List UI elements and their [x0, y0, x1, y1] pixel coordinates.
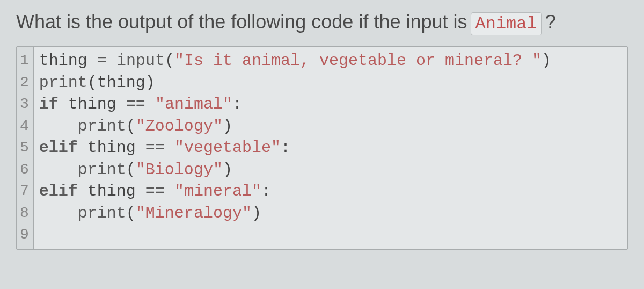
code-token: ( [165, 52, 174, 70]
code-token: "Zoology" [136, 117, 223, 135]
code-line: thing = input("Is it animal, vegetable o… [39, 50, 622, 72]
code-line: print("Biology") [39, 159, 622, 181]
code-token: if [39, 95, 58, 113]
question-text: What is the output of the following code… [16, 11, 467, 33]
code-line: print("Mineralogy") [39, 203, 622, 225]
line-number: 2 [20, 72, 29, 94]
code-line: print("Zoology") [39, 115, 622, 138]
code-token: : [261, 182, 271, 200]
code-token: ( [126, 204, 136, 222]
code-token: thing [39, 52, 97, 70]
line-number: 9 [20, 224, 29, 246]
code-token: print [78, 117, 126, 135]
code-token: elif [39, 139, 78, 157]
code-token [165, 182, 174, 200]
code-token: (thing) [87, 74, 155, 92]
question-mark: ? [545, 11, 556, 33]
question-prompt: What is the output of the following code… [16, 11, 628, 35]
code-line: elif thing == "vegetable": [39, 137, 622, 159]
code-token: "Mineralogy" [136, 204, 252, 222]
code-token [39, 117, 78, 135]
code-token [145, 95, 155, 113]
code-token: thing [78, 182, 145, 200]
code-token: "animal" [155, 95, 232, 113]
code-token: == [145, 182, 165, 200]
code-token: thing [78, 139, 145, 157]
code-token: thing [58, 95, 126, 113]
line-number-gutter: 123456789 [17, 47, 34, 249]
line-number: 1 [20, 50, 29, 72]
code-line: elif thing == "mineral": [39, 180, 622, 203]
code-token: : [232, 95, 242, 113]
code-token: = [97, 52, 107, 70]
code-token: == [126, 95, 145, 113]
line-number: 4 [20, 115, 29, 138]
code-token: ) [223, 117, 232, 135]
code-token: elif [39, 182, 78, 200]
code-token [39, 204, 78, 222]
line-number: 8 [20, 203, 29, 225]
code-content: thing = input("Is it animal, vegetable o… [34, 47, 627, 249]
code-block: 123456789 thing = input("Is it animal, v… [16, 46, 628, 250]
code-token: ( [126, 117, 136, 135]
code-token: print [78, 204, 126, 222]
code-token: "vegetable" [174, 139, 281, 157]
code-line: print(thing) [39, 72, 622, 94]
code-token: "mineral" [174, 182, 261, 200]
code-token: "Is it animal, vegetable or mineral? " [174, 52, 541, 70]
code-token [107, 52, 116, 70]
code-token: : [281, 139, 290, 157]
code-line [39, 224, 622, 246]
code-token: print [39, 74, 87, 92]
code-token: print [78, 161, 126, 179]
code-token: ( [126, 161, 136, 179]
line-number: 3 [20, 93, 29, 115]
code-token: ) [252, 204, 261, 222]
code-token: ) [541, 52, 551, 70]
code-token: == [145, 139, 165, 157]
line-number: 5 [20, 137, 29, 159]
code-line: if thing == "animal": [39, 93, 622, 115]
code-token [39, 161, 78, 179]
input-value-code: Animal [471, 12, 542, 35]
line-number: 7 [20, 180, 29, 203]
code-token: input [116, 52, 165, 70]
code-token [165, 139, 174, 157]
code-token: ) [223, 161, 232, 179]
line-number: 6 [20, 159, 29, 181]
code-token: "Biology" [136, 161, 223, 179]
